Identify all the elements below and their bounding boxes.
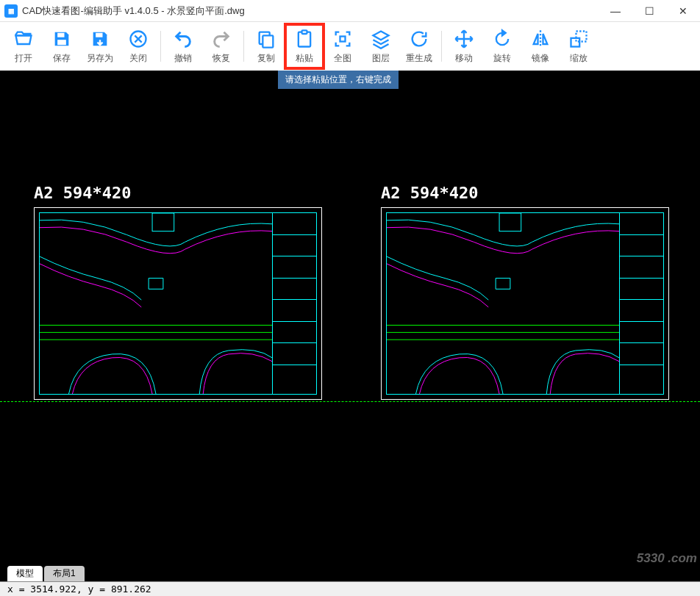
window-controls: — ☐ ✕ (599, 0, 700, 21)
rotate-label: 旋转 (493, 52, 511, 65)
layers-icon (371, 29, 391, 49)
close-file-label: 关闭 (129, 52, 147, 65)
zoom-extents-button[interactable]: 全图 (324, 24, 362, 68)
redo-label: 恢复 (213, 52, 230, 65)
close-file-button[interactable]: 关闭 (119, 24, 157, 68)
titlebar: ▦ CAD快速看图-编辑助手 v1.4.0.5 - 水景竖向平面.dwg — ☐… (0, 0, 700, 22)
redo-icon (211, 29, 232, 49)
app-icon: ▦ (4, 4, 18, 18)
paste-icon (294, 29, 315, 49)
drawing-content (40, 213, 272, 394)
zoom-extents-label: 全图 (334, 52, 351, 65)
watermark: 5330 .com (637, 551, 697, 566)
layout-tabs: 模型 布局1 (0, 567, 700, 581)
sheet-frame (39, 212, 317, 395)
move-icon (454, 29, 474, 49)
rotate-icon (492, 29, 512, 49)
maximize-button[interactable]: ☐ (632, 0, 666, 21)
sheet-frame (386, 212, 664, 395)
mirror-label: 镜像 (532, 52, 549, 65)
paste-button[interactable]: 粘贴 (285, 24, 324, 68)
copy-button[interactable]: 复制 (247, 24, 285, 68)
paste-label: 粘贴 (296, 52, 313, 65)
drawing-sheet-left (34, 207, 322, 400)
sheet-label-right: A2 594*420 (381, 184, 478, 202)
close-button[interactable]: ✕ (666, 0, 700, 21)
folder-open-icon (13, 29, 34, 49)
svg-rect-1 (57, 40, 66, 45)
mirror-button[interactable]: 镜像 (521, 24, 560, 68)
drawing-sheet-right (381, 207, 669, 400)
toolbar-separator (441, 31, 442, 62)
svg-rect-0 (57, 32, 64, 37)
scale-icon (568, 29, 589, 49)
sheet-label-left: A2 594*420 (34, 184, 131, 202)
open-label: 打开 (15, 52, 32, 65)
saveas-button[interactable]: 另存为 (81, 24, 119, 68)
move-label: 移动 (455, 52, 473, 65)
saveas-icon (90, 29, 110, 49)
redo-button[interactable]: 恢复 (202, 24, 240, 68)
undo-label: 撤销 (174, 52, 192, 65)
status-bar: x = 3514.922, y = 891.262 (0, 581, 700, 596)
undo-icon (173, 29, 193, 49)
save-icon (51, 29, 72, 49)
mirror-icon (530, 29, 551, 49)
toolbar-separator (160, 31, 161, 62)
copy-icon (256, 29, 276, 49)
svg-rect-18 (499, 213, 521, 231)
toolbar-separator (243, 31, 244, 62)
title-block (272, 213, 316, 394)
zoom-extents-icon (332, 29, 353, 49)
move-button[interactable]: 移动 (445, 24, 483, 68)
svg-rect-7 (302, 30, 307, 34)
svg-rect-2 (96, 32, 102, 37)
close-file-icon (128, 29, 149, 49)
svg-rect-8 (340, 36, 346, 41)
svg-rect-14 (152, 213, 174, 231)
regen-icon (409, 29, 429, 49)
layers-button[interactable]: 图层 (362, 24, 400, 68)
layers-label: 图层 (372, 52, 390, 65)
svg-rect-5 (262, 35, 273, 47)
rotate-button[interactable]: 旋转 (483, 24, 521, 68)
saveas-label: 另存为 (87, 52, 113, 65)
cursor-coordinates: x = 3514.922, y = 891.262 (7, 584, 151, 595)
tab-layout1[interactable]: 布局1 (44, 566, 85, 581)
drawing-canvas[interactable]: 请选择粘贴位置，右键完成 A2 594*420 A2 594*420 (0, 71, 700, 567)
title-block (619, 213, 663, 394)
tab-model[interactable]: 模型 (7, 566, 43, 581)
baseline-guide (0, 401, 700, 402)
open-button[interactable]: 打开 (4, 24, 43, 68)
scale-label: 缩放 (570, 52, 588, 65)
save-label: 保存 (53, 52, 71, 65)
copy-label: 复制 (257, 52, 275, 65)
window-title: CAD快速看图-编辑助手 v1.4.0.5 - 水景竖向平面.dwg (22, 4, 599, 18)
drawing-content (387, 213, 619, 394)
undo-button[interactable]: 撤销 (164, 24, 202, 68)
regen-button[interactable]: 重生成 (400, 24, 438, 68)
toolbar: 打开 保存 另存为 关闭 撤销 恢复 复制 (0, 22, 700, 71)
save-button[interactable]: 保存 (43, 24, 81, 68)
minimize-button[interactable]: — (599, 0, 632, 21)
regen-label: 重生成 (406, 52, 432, 65)
scale-button[interactable]: 缩放 (560, 24, 598, 68)
svg-rect-10 (576, 31, 587, 41)
paste-tooltip: 请选择粘贴位置，右键完成 (278, 71, 399, 89)
